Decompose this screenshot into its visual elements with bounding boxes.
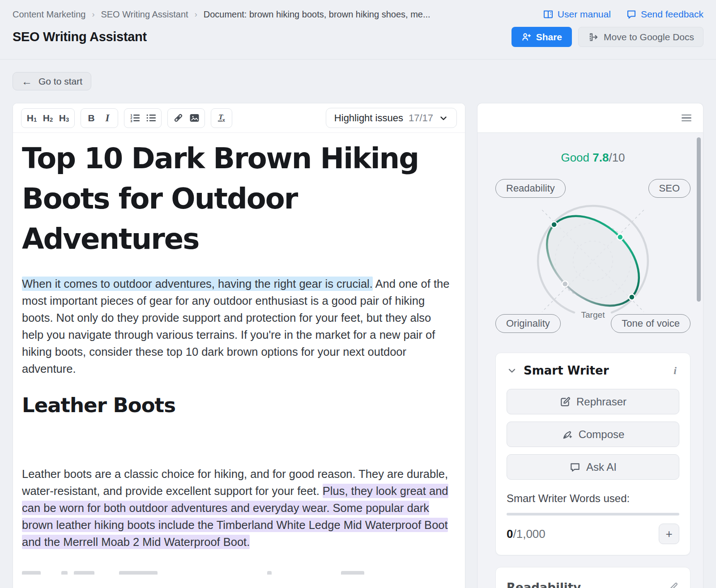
target-label: Target: [581, 310, 605, 320]
smart-writer-title: Smart Writer: [524, 364, 609, 377]
clear-formatting-icon[interactable]: Tx: [213, 110, 230, 126]
overall-score: Good 7.8/10: [495, 151, 690, 165]
sidebar-header: [477, 103, 703, 133]
breadcrumb-document: Document: brown hiking boots, brown hiki…: [204, 9, 430, 20]
score-gauge: Target: [523, 200, 663, 329]
user-manual-label: User manual: [558, 9, 611, 20]
h1-button[interactable]: H1: [24, 110, 40, 126]
highlight-issues-dropdown[interactable]: Highlight issues 17/17: [326, 108, 457, 128]
chevron-down-icon: [439, 113, 448, 123]
send-feedback-label: Send feedback: [641, 9, 703, 20]
chat-bubble-icon: [626, 9, 637, 20]
info-icon[interactable]: i: [671, 365, 679, 377]
breadcrumb: Content Marketing › SEO Writing Assistan…: [13, 0, 703, 20]
breadcrumb-separator-icon: ›: [92, 10, 94, 19]
insert-group: [167, 108, 205, 128]
h2-button[interactable]: H2: [40, 110, 56, 126]
tone-of-voice-pill[interactable]: Tone of voice: [611, 314, 690, 333]
svg-text:x: x: [222, 118, 225, 123]
score-max: /10: [609, 151, 625, 164]
pencil-square-icon: [559, 396, 571, 408]
book-icon: [543, 9, 554, 20]
go-to-start-label: Go to start: [38, 76, 82, 87]
list-group: 123: [124, 108, 162, 128]
clear-group: Tx: [211, 108, 232, 128]
document-title[interactable]: Top 10 Dark Brown Hiking Boots for Outdo…: [22, 138, 447, 259]
words-used-value: 0: [507, 527, 513, 541]
breadcrumb-seo-writing-assistant[interactable]: SEO Writing Assistant: [101, 9, 188, 20]
export-icon: [588, 32, 598, 43]
rephraser-button[interactable]: Rephraser: [507, 389, 679, 414]
words-limit: /1,000: [513, 527, 545, 541]
page-title: SEO Writing Assistant: [13, 30, 147, 44]
originality-pill[interactable]: Originality: [495, 314, 561, 333]
go-to-start-button[interactable]: ← Go to start: [13, 72, 91, 90]
svg-text:3: 3: [130, 119, 132, 123]
ordered-list-icon[interactable]: 123: [127, 110, 143, 126]
heading-group: H1 H2 H3: [21, 108, 75, 128]
format-group: B I: [81, 108, 118, 128]
bold-button[interactable]: B: [83, 110, 99, 126]
top-header: Content Marketing › SEO Writing Assistan…: [0, 0, 716, 60]
person-plus-icon: [521, 32, 532, 42]
sidebar-scrollbar[interactable]: [697, 137, 701, 302]
editor-panel: H1 H2 H3 B I 123: [13, 103, 465, 588]
issues-count: 17/17: [409, 112, 433, 124]
smart-writer-panel: Smart Writer i Rephraser Compose Ask AI …: [495, 353, 690, 555]
link-icon[interactable]: [170, 110, 186, 126]
breadcrumb-content-marketing[interactable]: Content Marketing: [13, 9, 85, 20]
add-words-button[interactable]: +: [659, 524, 679, 544]
words-used-progress-bar: [507, 513, 679, 516]
send-feedback-link[interactable]: Send feedback: [626, 9, 703, 20]
arrow-left-icon: ←: [21, 76, 32, 87]
h3-button[interactable]: H3: [56, 110, 72, 126]
image-icon[interactable]: [186, 110, 202, 126]
highlight-issues-label: Highlight issues: [334, 112, 403, 124]
rephraser-label: Rephraser: [576, 396, 626, 408]
user-manual-link[interactable]: User manual: [543, 9, 611, 20]
editor-toolbar: H1 H2 H3 B I 123: [13, 103, 465, 133]
ask-ai-label: Ask AI: [586, 461, 617, 473]
paragraph-1-text: And one of the most important pieces of …: [22, 277, 449, 375]
plus-icon: +: [665, 527, 672, 541]
breadcrumb-separator-icon: ›: [195, 10, 197, 19]
magic-pen-icon: [562, 429, 573, 440]
chat-bubble-icon: [569, 461, 581, 473]
chevron-down-icon[interactable]: [507, 365, 517, 376]
compose-button[interactable]: Compose: [507, 422, 679, 447]
move-to-google-docs-button[interactable]: Move to Google Docs: [578, 27, 703, 47]
ask-ai-button[interactable]: Ask AI: [507, 454, 679, 480]
words-used-counter: 0/1,000: [507, 527, 546, 541]
document-paragraph-1[interactable]: When it comes to outdoor adventures, hav…: [22, 275, 454, 377]
document-paragraph-2[interactable]: Leather boots are a classic choice for h…: [22, 465, 454, 550]
score-value: 7.8: [592, 151, 609, 164]
italic-button[interactable]: I: [99, 110, 115, 126]
seo-pill[interactable]: SEO: [648, 179, 690, 198]
score-sidebar: Good 7.8/10 Readability SEO: [477, 103, 703, 588]
document-editor[interactable]: Top 10 Dark Brown Hiking Boots for Outdo…: [13, 133, 465, 575]
words-used-label: Smart Writer Words used:: [507, 492, 679, 505]
readability-pill[interactable]: Readability: [495, 179, 566, 198]
menu-icon[interactable]: [682, 115, 691, 122]
share-label: Share: [536, 32, 562, 43]
share-button[interactable]: Share: [511, 27, 572, 47]
highlighted-sentence-blue[interactable]: When it comes to outdoor adventures, hav…: [22, 277, 373, 291]
score-label: Good: [561, 151, 589, 164]
clipped-next-line: [22, 571, 453, 575]
readability-panel: Readability: [495, 567, 690, 588]
pencil-icon[interactable]: [668, 581, 679, 588]
bullet-list-icon[interactable]: [143, 110, 159, 126]
readability-section-title: Readability: [507, 581, 581, 588]
compose-label: Compose: [579, 428, 625, 441]
move-to-docs-label: Move to Google Docs: [604, 32, 694, 43]
document-heading-2[interactable]: Leather Boots: [22, 393, 453, 417]
